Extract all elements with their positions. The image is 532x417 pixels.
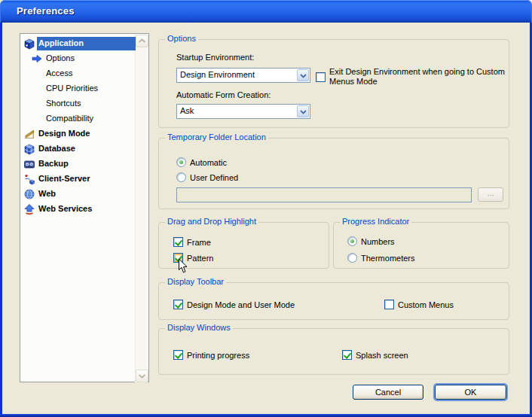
- window-border: [0, 23, 2, 414]
- tree-item-shortcuts[interactable]: Shortcuts: [21, 96, 136, 111]
- preferences-dialog: Preferences Application Options Access C…: [0, 0, 532, 417]
- scroll-up-button[interactable]: [136, 35, 148, 47]
- window-border: [0, 414, 532, 417]
- pattern-checkbox-label[interactable]: Pattern: [187, 254, 213, 263]
- combo-dropdown-button[interactable]: [297, 69, 309, 81]
- tree-item-access[interactable]: Access: [21, 66, 136, 81]
- tree-item-web-services[interactable]: Web Services: [21, 202, 136, 217]
- automatic-form-creation-label: Automatic Form Creation:: [176, 90, 271, 99]
- printing-progress-checkbox[interactable]: [173, 350, 183, 360]
- tree-item-label: Compatibility: [46, 114, 93, 123]
- folder-path-input: [176, 187, 472, 202]
- scroll-down-button[interactable]: [136, 370, 148, 382]
- titlebar[interactable]: Preferences: [0, 0, 532, 23]
- tree-item-client-server[interactable]: Client-Server: [21, 172, 136, 187]
- tree-item-cpu-priorities[interactable]: CPU Priorities: [21, 81, 136, 96]
- tree-item-label: CPU Priorities: [46, 84, 98, 93]
- chevron-up-icon: [138, 38, 146, 44]
- tree-item-label: Application: [38, 38, 84, 47]
- tree-item-label: Design Mode: [38, 129, 90, 138]
- client-server-icon: [23, 173, 35, 185]
- group-title: Display Windows: [165, 323, 233, 332]
- tree-item-label: Client-Server: [38, 174, 90, 183]
- automatic-radio-label[interactable]: Automatic: [190, 158, 227, 167]
- web-services-icon: [23, 203, 35, 215]
- cancel-button[interactable]: Cancel: [353, 385, 423, 400]
- ok-button[interactable]: OK: [435, 385, 506, 400]
- tree-item-label: Options: [46, 53, 75, 62]
- options-group: Options Startup Environment: Design Envi…: [158, 39, 509, 128]
- tree-item-application[interactable]: Application: [21, 36, 136, 51]
- group-title: Display Toolbar: [165, 277, 226, 286]
- tree-item-compatibility[interactable]: Compatibility: [21, 111, 136, 126]
- selected-value: Design Environment: [180, 70, 255, 79]
- temporary-folder-group: Temporary Folder Location Automatic User…: [158, 138, 509, 209]
- window-title: Preferences: [17, 5, 75, 17]
- splash-screen-checkbox[interactable]: [342, 350, 352, 360]
- user-defined-radio[interactable]: [176, 172, 186, 182]
- group-title: Progress Indicator: [340, 217, 411, 226]
- automatic-form-creation-select[interactable]: Ask: [176, 104, 310, 119]
- database-icon: [23, 143, 35, 155]
- tree-item-label: Database: [38, 144, 75, 153]
- tree-item-options[interactable]: Options: [21, 51, 136, 66]
- display-windows-group: Display Windows Printing progress Splash…: [158, 328, 509, 375]
- chevron-down-icon: [138, 373, 146, 379]
- design-mode-icon: [23, 128, 35, 140]
- exit-design-environment-checkbox[interactable]: [316, 72, 326, 82]
- custom-menus-checkbox[interactable]: [384, 300, 394, 309]
- thermometers-radio-label[interactable]: Thermometers: [361, 254, 415, 263]
- automatic-radio[interactable]: [176, 157, 186, 167]
- group-title: Temporary Folder Location: [165, 132, 268, 142]
- chevron-down-icon: [300, 110, 307, 114]
- tree-item-label: Access: [46, 68, 72, 78]
- tree-item-database[interactable]: Database: [21, 142, 136, 157]
- user-defined-radio-label[interactable]: User Defined: [190, 173, 238, 182]
- combo-dropdown-button[interactable]: [297, 105, 309, 117]
- exit-design-environment-label[interactable]: Exit Design Environment when going to Cu…: [329, 67, 512, 87]
- tree-item-label: Web Services: [38, 204, 92, 213]
- splash-screen-label[interactable]: Splash screen: [356, 351, 408, 360]
- tree-item-design-mode[interactable]: Design Mode: [21, 126, 136, 142]
- preferences-tree: Application Options Access CPU Prioritie…: [20, 33, 149, 382]
- tree-item-label: Web: [38, 189, 56, 198]
- tree-item-backup[interactable]: Backup: [21, 157, 136, 172]
- numbers-radio[interactable]: [347, 236, 357, 246]
- startup-environment-label: Startup Environment:: [176, 53, 254, 62]
- numbers-radio-label[interactable]: Numbers: [361, 237, 395, 246]
- group-title: Options: [165, 34, 198, 43]
- mouse-cursor-icon: [178, 258, 188, 277]
- selected-value: Ask: [180, 106, 194, 115]
- design-user-mode-checkbox[interactable]: [173, 300, 183, 309]
- chevron-down-icon: [300, 74, 307, 78]
- startup-environment-select[interactable]: Design Environment: [176, 68, 310, 83]
- progress-indicator-group: Progress Indicator Numbers Thermometers: [333, 222, 509, 269]
- thermometers-radio[interactable]: [347, 253, 357, 263]
- web-icon: [23, 188, 35, 200]
- group-title: Drag and Drop Highlight: [165, 217, 258, 226]
- printing-progress-label[interactable]: Printing progress: [187, 351, 249, 360]
- display-toolbar-group: Display Toolbar Design Mode and User Mod…: [158, 282, 509, 320]
- current-page-arrow-icon: [31, 53, 43, 65]
- tree-scrollbar[interactable]: [135, 35, 148, 382]
- frame-checkbox[interactable]: [173, 237, 183, 247]
- browse-button: ...: [478, 187, 503, 202]
- custom-menus-label[interactable]: Custom Menus: [398, 300, 454, 309]
- frame-checkbox-label[interactable]: Frame: [187, 238, 211, 247]
- tree-item-web[interactable]: Web: [21, 187, 136, 202]
- backup-icon: [23, 158, 35, 170]
- tree-item-label: Shortcuts: [46, 99, 81, 108]
- application-icon: [23, 38, 35, 50]
- design-user-mode-label[interactable]: Design Mode and User Mode: [187, 300, 295, 309]
- tree-item-label: Backup: [38, 159, 69, 168]
